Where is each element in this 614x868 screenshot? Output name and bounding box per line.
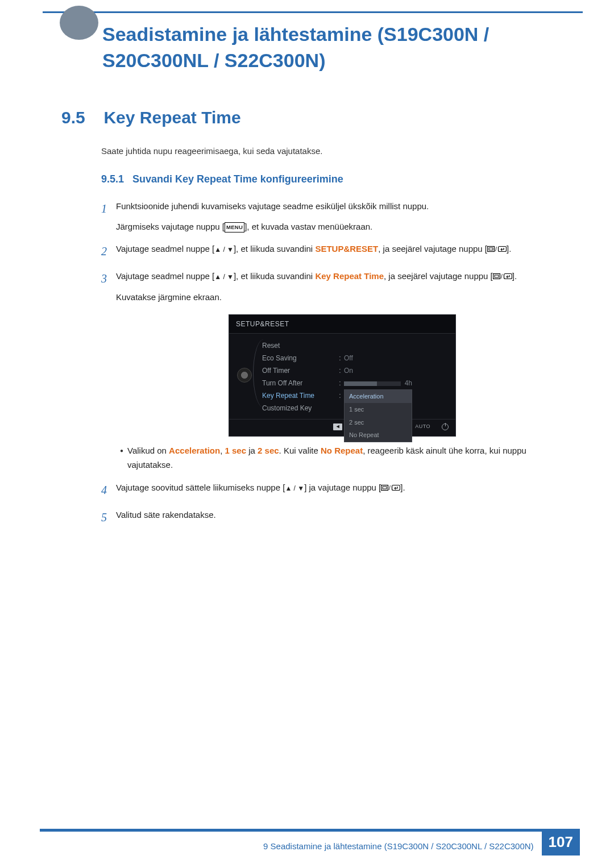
svg-rect-0 xyxy=(488,247,495,252)
svg-rect-3 xyxy=(499,247,507,252)
up-down-icon: ▲ / ▼ xyxy=(214,246,234,254)
subsection-title: Suvandi Key Repeat Time konfigureerimine xyxy=(132,173,343,185)
osd-value: Off xyxy=(344,352,353,364)
text: , ja seejärel vajutage nuppu [ xyxy=(378,244,487,254)
section-title: Key Repeat Time xyxy=(103,108,240,127)
top-rule xyxy=(43,11,583,13)
bullet-text: Valikud on Acceleration, 1 sec ja 2 sec.… xyxy=(127,443,569,472)
step-number: 3 xyxy=(101,269,116,472)
up-down-icon: ▲ / ▼ xyxy=(214,273,234,281)
highlight: Key Repeat Time xyxy=(315,271,384,281)
osd-row-off-timer: Off Timer : On xyxy=(262,364,447,377)
osd-label: Eco Saving xyxy=(262,352,336,364)
osd-row-turn-off: Turn Off After : 4h xyxy=(262,377,447,389)
up-down-icon: ▲ / ▼ xyxy=(285,484,304,492)
step-body: Valitud säte rakendatakse. xyxy=(116,508,569,527)
svg-rect-8 xyxy=(381,485,388,490)
svg-rect-7 xyxy=(504,274,512,279)
osd-option-1sec: 1 sec xyxy=(345,403,412,416)
nav-back-icon: ◄ xyxy=(333,423,342,430)
svg-text:/: / xyxy=(495,246,497,252)
text: ] ja vajutage nuppu [ xyxy=(304,483,381,492)
step-text: Funktsioonide juhendi kuvamiseks vajutag… xyxy=(116,199,569,214)
text: Järgmiseks vajutage nuppu [ xyxy=(116,222,225,231)
text: ], et liikuda suvandini xyxy=(234,271,315,281)
gear-icon xyxy=(237,368,252,383)
step-1: 1 Funktsioonide juhendi kuvamiseks vajut… xyxy=(101,199,569,234)
colon: : xyxy=(336,352,344,364)
step-number: 5 xyxy=(101,508,116,527)
source-enter-icon: / xyxy=(487,242,507,257)
highlight: 2 sec xyxy=(258,446,279,455)
osd-body: Reset Eco Saving : Off Off Timer : On Tu… xyxy=(229,334,455,419)
osd-label: Reset xyxy=(262,340,336,351)
step-text: Järgmiseks vajutage nuppu [MENU], et kuv… xyxy=(116,219,569,234)
source-enter-icon: / xyxy=(493,269,512,284)
section-intro: Saate juhtida nupu reageerimisaega, kui … xyxy=(101,146,563,156)
osd-value: 4h xyxy=(405,379,412,387)
highlight: 1 sec xyxy=(225,446,247,455)
step-4: 4 Vajutage soovitud sättele liikumiseks … xyxy=(101,480,569,500)
step-body: Vajutage seadmel nuppe [▲ / ▼], et liiku… xyxy=(116,242,569,261)
osd-nav: ◄ ▼ ▲ ⏎ AUTO xyxy=(229,419,455,435)
power-icon xyxy=(442,423,449,430)
colon: : xyxy=(336,377,344,389)
text: ]. xyxy=(507,244,511,254)
highlight: Acceleration xyxy=(169,446,220,455)
osd-slider: 4h xyxy=(344,377,412,389)
text: , ja seejärel vajutage nuppu [ xyxy=(384,271,493,281)
step-5: 5 Valitud säte rakendatakse. xyxy=(101,508,569,527)
section-number: 9.5 xyxy=(61,108,101,127)
osd-row-reset: Reset xyxy=(262,339,447,352)
osd-dropdown: Acceleration 1 sec 2 sec No Repeat xyxy=(344,389,412,442)
step-number: 2 xyxy=(101,242,116,261)
section-heading: 9.5 Key Repeat Time xyxy=(61,108,563,127)
osd-option-acceleration: Acceleration xyxy=(345,390,412,403)
text: ], et liikuda suvandini xyxy=(234,244,315,254)
text: Vajutage seadmel nuppe [ xyxy=(116,244,214,254)
subsection-number: 9.5.1 xyxy=(101,173,124,185)
chapter-badge xyxy=(60,6,98,40)
text: ], et kuvada vastav menüüekraan. xyxy=(244,222,372,231)
step-2: 2 Vajutage seadmel nuppe [▲ / ▼], et lii… xyxy=(101,242,569,261)
svg-text:/: / xyxy=(389,485,391,491)
subsection-heading: 9.5.1 Suvandi Key Repeat Time konfiguree… xyxy=(101,173,563,185)
text: ]. xyxy=(400,483,405,492)
text: Vajutage soovitud sättele liikumiseks nu… xyxy=(116,483,285,492)
svg-rect-1 xyxy=(489,248,493,250)
osd-value: On xyxy=(344,365,353,376)
osd-arc xyxy=(253,339,268,408)
osd-option-2sec: 2 sec xyxy=(345,416,412,429)
osd-header: SETUP&RESET xyxy=(229,315,455,334)
text: ja xyxy=(246,446,258,455)
steps-list: 1 Funktsioonide juhendi kuvamiseks vajut… xyxy=(101,199,569,535)
menu-button-icon: MENU xyxy=(225,222,244,232)
step-3: 3 Vajutage seadmel nuppe [▲ / ▼], et lii… xyxy=(101,269,569,472)
step-body: Funktsioonide juhendi kuvamiseks vajutag… xyxy=(116,199,569,234)
osd-option-no-repeat: No Repeat xyxy=(345,429,412,442)
page-footer: 9 Seadistamine ja lähtestamine (S19C300N… xyxy=(40,829,580,855)
text: Valikud on xyxy=(127,446,169,455)
highlight: SETUP&RESET xyxy=(315,244,378,254)
svg-rect-11 xyxy=(392,485,400,490)
footer-text: 9 Seadistamine ja lähtestamine (S19C300N… xyxy=(263,833,534,851)
svg-rect-9 xyxy=(383,487,387,489)
chapter-title: Seadistamine ja lähtestamine (S19C300N /… xyxy=(102,22,563,74)
osd-label: Off Timer xyxy=(262,365,336,376)
step-body: Vajutage soovitud sättele liikumiseks nu… xyxy=(116,480,569,500)
text: . Kui valite xyxy=(279,446,321,455)
step-text: Kuvatakse järgmine ekraan. xyxy=(116,290,569,305)
text: Vajutage seadmel nuppe [ xyxy=(116,271,214,281)
source-enter-icon: / xyxy=(381,481,400,496)
colon: : xyxy=(336,365,344,376)
svg-rect-4 xyxy=(493,274,500,279)
svg-rect-5 xyxy=(495,275,499,277)
nav-auto-label: AUTO xyxy=(415,422,430,431)
colon: : xyxy=(336,390,344,401)
page-number: 107 xyxy=(542,829,580,855)
osd-row-eco: Eco Saving : Off xyxy=(262,352,447,364)
highlight: No Repeat xyxy=(321,446,363,455)
osd-screenshot: SETUP&RESET Reset Eco Saving : Off Off T… xyxy=(229,314,456,437)
svg-text:/: / xyxy=(501,273,503,280)
osd-label: Customized Key xyxy=(262,402,336,414)
